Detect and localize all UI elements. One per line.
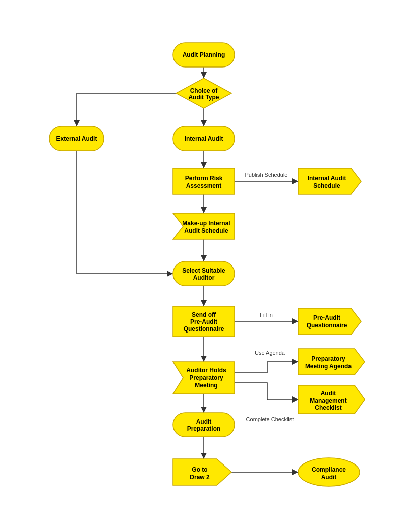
node-perform-risk: Perform Risk Assessment bbox=[173, 168, 235, 194]
node-send-label-3: Questionnaire bbox=[184, 325, 224, 332]
label-use-agenda: Use Agenda bbox=[255, 350, 285, 356]
node-select-label-1: Select Suitable bbox=[182, 267, 225, 274]
node-go-to-draw2: Go to Draw 2 bbox=[173, 459, 231, 485]
node-compliance-label-1: Compliance bbox=[312, 466, 346, 473]
node-audit-planning-label: Audit Planning bbox=[183, 51, 225, 58]
node-checklist-label-3: Checklist bbox=[315, 404, 341, 411]
node-goto-label-1: Go to bbox=[192, 466, 207, 473]
node-external-audit: External Audit bbox=[49, 126, 104, 151]
node-compliance-audit: Compliance Audit bbox=[298, 458, 360, 486]
label-fill-in: Fill in bbox=[260, 312, 273, 318]
node-send-label-1: Send off bbox=[192, 311, 216, 318]
node-audit-management-checklist: Audit Management Checklist bbox=[298, 385, 365, 414]
node-choice-label-1: Choice of bbox=[190, 87, 218, 94]
node-preparation-label-2: Preparation bbox=[187, 425, 221, 432]
node-risk-label-1: Perform Risk bbox=[185, 175, 223, 182]
arrow-choice-to-external bbox=[77, 93, 176, 126]
node-agenda-label-2: Meeting Agenda bbox=[305, 363, 352, 370]
node-audit-planning: Audit Planning bbox=[173, 43, 235, 67]
node-paq-label-1: Pre-Audit bbox=[313, 314, 340, 321]
node-meeting-label-1: Auditor Holds bbox=[186, 367, 226, 374]
label-complete-checklist: Complete Checklist bbox=[246, 416, 294, 422]
node-internal-audit: Internal Audit bbox=[173, 126, 235, 151]
node-preparation-label-1: Audit bbox=[196, 418, 212, 425]
arrow-meeting-to-agenda bbox=[235, 362, 298, 373]
node-risk-label-2: Assessment bbox=[186, 182, 222, 189]
node-pre-audit-questionnaire: Pre-Audit Questionnaire bbox=[298, 308, 361, 335]
node-checklist-label-2: Management bbox=[310, 397, 346, 404]
flowchart: Publish Schedule Fill in Use Agenda Comp… bbox=[0, 0, 407, 532]
node-select-auditor: Select Suitable Auditor bbox=[173, 261, 235, 286]
node-select-label-2: Auditor bbox=[193, 274, 215, 281]
node-paq-label-2: Questionnaire bbox=[307, 322, 347, 329]
node-meeting-label-2: Preparatory bbox=[189, 374, 223, 381]
node-compliance-label-2: Audit bbox=[321, 474, 337, 481]
node-audit-preparation: Audit Preparation bbox=[173, 413, 235, 437]
node-choice-label-2: Audit Type bbox=[188, 94, 219, 101]
node-preparatory-meeting: Auditor Holds Preparatory Meeting bbox=[173, 362, 235, 394]
node-ias-label-1: Internal Audit bbox=[308, 175, 346, 182]
node-makeup-schedule: Make-up Internal Audit Schedule bbox=[173, 213, 235, 239]
node-send-label-2: Pre-Audit bbox=[190, 318, 217, 325]
node-meeting-label-3: Meeting bbox=[195, 382, 217, 389]
node-goto-label-2: Draw 2 bbox=[190, 474, 210, 481]
arrow-meeting-to-checklist bbox=[235, 383, 298, 400]
node-makeup-label-1: Make-up Internal bbox=[182, 220, 230, 227]
svg-marker-10 bbox=[298, 308, 361, 335]
label-publish-schedule: Publish Schedule bbox=[245, 172, 287, 178]
node-choice-audit: Choice of Audit Type bbox=[176, 78, 231, 108]
node-checklist-label-1: Audit bbox=[321, 390, 336, 397]
node-send-questionnaire: Send off Pre-Audit Questionnaire bbox=[173, 306, 235, 337]
arrow-external-to-select bbox=[77, 151, 173, 274]
node-preparatory-agenda: Preparatory Meeting Agenda bbox=[298, 349, 365, 375]
node-external-label: External Audit bbox=[56, 135, 97, 142]
node-agenda-label-1: Preparatory bbox=[311, 355, 345, 362]
node-internal-label: Internal Audit bbox=[185, 135, 223, 142]
node-ias-label-2: Schedule bbox=[313, 182, 340, 189]
node-internal-audit-schedule: Internal Audit Schedule bbox=[298, 168, 361, 194]
node-makeup-label-2: Audit Schedule bbox=[184, 227, 228, 234]
